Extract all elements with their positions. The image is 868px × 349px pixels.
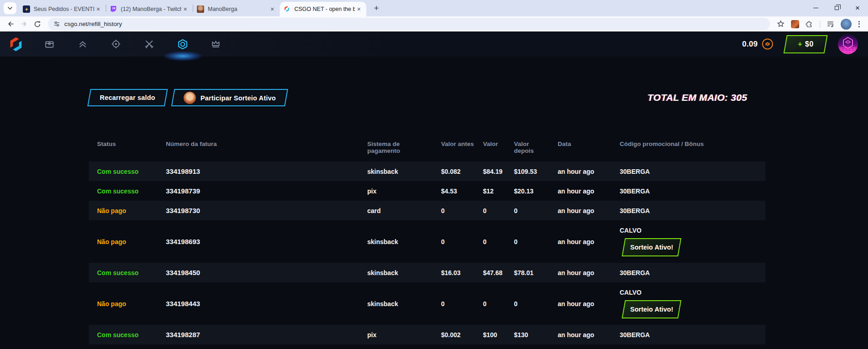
window-controls: ×	[805, 0, 868, 16]
raffle-avatar-icon	[184, 92, 196, 104]
extensions-button[interactable]	[803, 18, 816, 30]
tab-twitch[interactable]: (12) ManoBerga - Twitch ×	[106, 2, 193, 16]
promo-cell: 30BERGA	[611, 203, 765, 219]
browser-window: Seus Pedidos - EVENTIM × (12) ManoBerga …	[0, 0, 868, 349]
table-row: Com sucesso 334198913 skinsback $0.082 $…	[89, 161, 765, 181]
tab-title: ManoBerga	[208, 6, 268, 12]
crown-icon	[211, 39, 221, 49]
table-row: Com sucesso 334198739 pix $4.53 $12 $20.…	[89, 181, 765, 201]
raffle-active-button[interactable]: Sorteio Ativo!	[621, 300, 681, 318]
media-playlist-button[interactable]	[824, 18, 837, 30]
tab-search-button[interactable]	[4, 2, 16, 14]
payment-system-cell: skinsback	[359, 269, 433, 276]
nav-target-button[interactable]	[99, 31, 133, 57]
status-cell: Com sucesso	[89, 269, 158, 276]
nav-crown-button[interactable]	[199, 31, 232, 57]
tab-title: CSGO NET - open the best CS:G	[294, 6, 355, 12]
refill-history-content: Recarregar saldo Participar Sorteio Ativ…	[0, 89, 868, 344]
date-cell: an hour ago	[550, 188, 611, 195]
manoberga-favicon-icon	[197, 5, 204, 13]
nav-upgrade-button[interactable]	[66, 31, 99, 57]
nav-cases-button[interactable]	[33, 31, 66, 57]
url-text: csgo.net/refill_history	[64, 21, 122, 27]
close-window-button[interactable]: ×	[847, 0, 868, 16]
value-cell: 0	[475, 300, 506, 307]
refill-history-table: Status Número da fatura Sistema de pagam…	[89, 141, 765, 344]
tab-csgonet-active[interactable]: CSGO NET - open the best CS:G ×	[280, 2, 366, 16]
site-logo-icon[interactable]	[7, 36, 25, 53]
target-icon	[111, 39, 121, 49]
promo-cell: 30BERGA	[611, 327, 765, 343]
status-cell: Não pago	[89, 238, 158, 245]
invoice-cell: 334198443	[158, 300, 359, 307]
restore-button[interactable]	[826, 0, 847, 16]
payment-system-cell: skinsback	[359, 300, 433, 307]
csgonet-favicon-icon	[283, 5, 291, 13]
header-status: Status	[89, 141, 158, 154]
join-raffle-button[interactable]: Participar Sorteio Ativo	[171, 89, 288, 106]
promo-code: 30BERGA	[620, 331, 650, 339]
tab-close-button[interactable]: ×	[355, 5, 363, 13]
browser-menu-button[interactable]	[856, 19, 863, 29]
raffle-active-button[interactable]: Sorteio Ativo!	[621, 238, 681, 256]
promo-code: 30BERGA	[620, 207, 650, 214]
date-cell: an hour ago	[550, 168, 611, 175]
eventim-favicon-icon	[23, 5, 30, 13]
header-payment-system: Sistema de pagamento	[359, 141, 433, 154]
date-cell: an hour ago	[550, 300, 611, 307]
header-value-after: Valor depois	[506, 141, 550, 154]
table-row: Com sucesso 334198287 pix $0.002 $100 $1…	[89, 325, 765, 344]
value-cell: $47.68	[475, 269, 506, 276]
promo-cell: 30BERGA	[611, 163, 765, 180]
back-button[interactable]	[5, 18, 17, 30]
extension-avatar-icon[interactable]	[791, 20, 799, 28]
site-settings-icon	[53, 21, 60, 27]
monthly-total-label: TOTAL EM MAIO: 305	[647, 92, 747, 103]
value-after-cell: 0	[506, 207, 550, 214]
nav-battles-button[interactable]	[133, 31, 166, 57]
restore-icon	[835, 6, 839, 10]
nav-refill-button-active[interactable]	[166, 31, 199, 57]
hexagon-icon	[177, 39, 188, 50]
value-after-cell: $109.53	[506, 168, 550, 175]
site-nav-icons	[33, 31, 232, 57]
bookmark-star-button[interactable]	[775, 18, 787, 30]
case-icon	[44, 39, 55, 49]
back-arrow-icon	[7, 20, 15, 28]
recharge-balance-button[interactable]: Recarregar saldo	[87, 89, 168, 106]
tab-close-button[interactable]: ×	[181, 5, 189, 13]
header-value: Valor	[475, 141, 506, 154]
payment-system-cell: skinsback	[359, 168, 433, 175]
new-tab-button[interactable]: +	[370, 2, 383, 15]
promo-code: 30BERGA	[620, 168, 650, 175]
reload-button[interactable]	[31, 18, 43, 30]
tab-close-button[interactable]: ×	[268, 5, 276, 13]
forward-button[interactable]	[18, 18, 30, 30]
address-bar[interactable]: csgo.net/refill_history	[48, 18, 770, 30]
value-cell: $84.19	[475, 168, 506, 175]
twitch-favicon-icon	[110, 5, 117, 13]
promo-cell: CALVO Sorteio Ativo!	[611, 222, 765, 261]
value-before-cell: $4.53	[433, 188, 475, 195]
coin-icon	[762, 38, 773, 50]
tab-close-button[interactable]: ×	[94, 5, 102, 13]
payment-system-cell: skinsback	[359, 238, 433, 245]
deposit-button[interactable]: +$0	[783, 35, 827, 53]
star-icon	[777, 20, 785, 28]
value-before-cell: $0.082	[433, 168, 475, 175]
profile-avatar[interactable]	[841, 19, 852, 30]
date-cell: an hour ago	[550, 269, 611, 276]
invoice-cell: 334198693	[158, 238, 359, 245]
minimize-button[interactable]	[805, 0, 826, 16]
tab-manoberga[interactable]: ManoBerga ×	[193, 2, 280, 16]
playlist-icon	[827, 20, 834, 28]
close-icon: ×	[855, 4, 860, 12]
status-cell: Com sucesso	[89, 331, 158, 339]
minimize-icon	[813, 8, 818, 8]
invoice-cell: 334198739	[158, 187, 359, 195]
header-date: Data	[550, 141, 611, 154]
invoice-cell: 334198287	[158, 331, 359, 339]
date-cell: an hour ago	[550, 207, 611, 214]
user-avatar[interactable]	[838, 34, 858, 54]
tab-eventim[interactable]: Seus Pedidos - EVENTIM ×	[19, 2, 106, 16]
